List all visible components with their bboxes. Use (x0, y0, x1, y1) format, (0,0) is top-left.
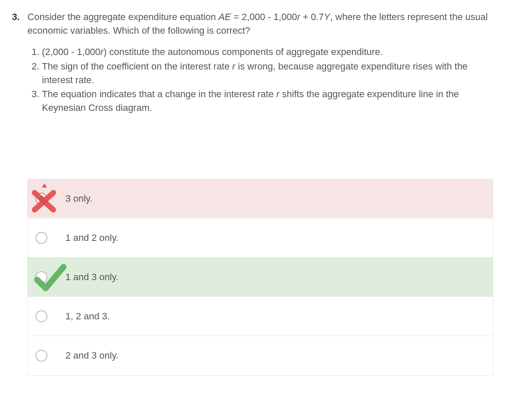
radio-button-a[interactable] (35, 193, 47, 205)
prompt-text-pre: Consider the aggregate expenditure equat… (27, 12, 218, 22)
answer-option-c[interactable]: 1 and 3 only. (28, 258, 493, 297)
answers-list: 3 only. 1 and 2 only. 1 and 3 only. (27, 179, 493, 376)
s2-pre: The sign of the coefficient on the inter… (42, 61, 232, 72)
radio-dot-a (38, 196, 44, 202)
radio-wrap-d (35, 310, 65, 322)
radio-button-d[interactable] (35, 310, 47, 322)
prompt-eq-ae: AE (218, 12, 231, 22)
s3-pre: The equation indicates that a change in … (42, 89, 276, 99)
s1-post: ) constitute the autonomous components o… (104, 46, 383, 57)
statement-3: The equation indicates that a change in … (42, 87, 493, 115)
answer-label-b: 1 and 2 only. (65, 231, 118, 245)
answer-label-d: 1, 2 and 3. (65, 310, 110, 323)
statements-list: (2,000 - 1,000r) constitute the autonomo… (27, 45, 493, 115)
radio-wrap-e (35, 350, 65, 362)
s3-r: r (276, 89, 282, 99)
radio-wrap-a (35, 193, 65, 205)
question-prompt: Consider the aggregate expenditure equat… (27, 10, 493, 38)
answer-option-d[interactable]: 1, 2 and 3. (28, 297, 493, 336)
answer-option-b[interactable]: 1 and 2 only. (28, 218, 493, 258)
s1-pre: (2,000 - 1,000 (42, 46, 100, 57)
prompt-eq-y: Y (324, 12, 330, 22)
s1-r: r (100, 46, 103, 57)
s2-r: r (232, 61, 238, 72)
radio-button-c[interactable] (35, 271, 47, 283)
answer-label-c: 1 and 3 only. (65, 270, 118, 284)
answer-option-e[interactable]: 2 and 3 only. (28, 336, 493, 375)
radio-button-e[interactable] (35, 350, 47, 362)
question-number: 3. (12, 10, 20, 376)
radio-button-b[interactable] (35, 232, 47, 244)
statement-2: The sign of the coefficient on the inter… (42, 60, 493, 87)
question-container: 3. Consider the aggregate expenditure eq… (0, 0, 512, 376)
answer-label-e: 2 and 3 only. (65, 349, 118, 362)
answer-label-a: 3 only. (65, 192, 92, 206)
radio-wrap-b (35, 232, 65, 244)
svg-marker-0 (42, 183, 47, 188)
answer-option-a[interactable]: 3 only. (28, 179, 493, 218)
prompt-eq-tail: + 0.7 (300, 12, 324, 22)
question-body: Consider the aggregate expenditure equat… (27, 10, 502, 376)
statement-1: (2,000 - 1,000r) constitute the autonomo… (42, 45, 493, 59)
radio-wrap-c (35, 271, 65, 283)
prompt-eq-mid: = 2,000 - 1,000 (231, 12, 297, 22)
